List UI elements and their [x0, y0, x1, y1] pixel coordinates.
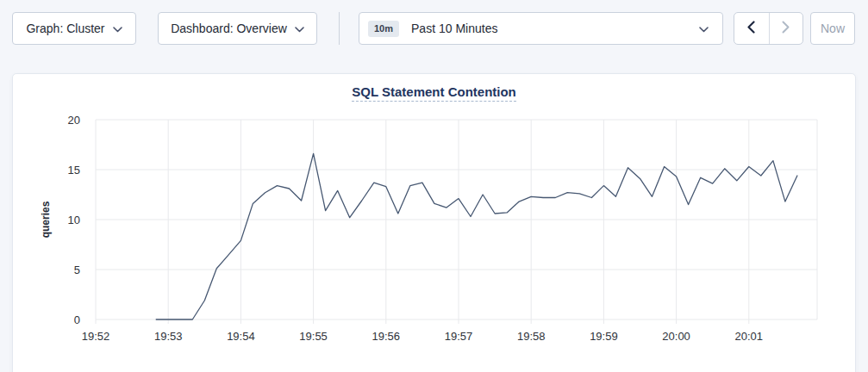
svg-text:20:00: 20:00: [662, 330, 690, 343]
svg-text:19:52: 19:52: [82, 330, 110, 343]
graph-dropdown[interactable]: Graph: Cluster: [12, 12, 136, 45]
time-range-badge: 10m: [368, 21, 399, 37]
svg-text:20:01: 20:01: [735, 330, 764, 343]
svg-text:15: 15: [68, 164, 80, 177]
toolbar-divider: [339, 12, 340, 45]
dashboard-dropdown-label: Dashboard: Overview: [171, 22, 287, 35]
svg-text:19:59: 19:59: [590, 330, 618, 343]
now-button[interactable]: Now: [810, 12, 855, 45]
svg-text:5: 5: [74, 264, 80, 276]
chevron-left-icon: [747, 21, 755, 37]
svg-text:19:57: 19:57: [445, 330, 473, 343]
chevron-down-icon: [113, 22, 122, 35]
time-range-picker[interactable]: 10m Past 10 Minutes: [359, 12, 723, 45]
svg-text:19:56: 19:56: [372, 330, 401, 343]
chart-title[interactable]: SQL Statement Contention: [352, 84, 516, 102]
time-range-label: Past 10 Minutes: [411, 22, 687, 35]
chevron-down-icon: [699, 22, 709, 35]
svg-text:0: 0: [74, 313, 80, 326]
time-shift-back-button[interactable]: [734, 13, 769, 44]
svg-text:10: 10: [68, 214, 80, 226]
time-shift-forward-button[interactable]: [769, 13, 803, 44]
graph-toolbar: Graph: Cluster Dashboard: Overview 10m P…: [0, 0, 868, 60]
svg-text:20: 20: [68, 114, 80, 127]
line-chart[interactable]: 0510152019:5219:5319:5419:5519:5619:5719…: [13, 74, 857, 372]
graph-dropdown-label: Graph: Cluster: [26, 22, 104, 35]
time-shift-button-group: [734, 12, 803, 45]
svg-text:19:58: 19:58: [517, 330, 546, 343]
now-button-label: Now: [821, 22, 845, 35]
svg-text:19:54: 19:54: [227, 330, 255, 343]
chart-card: SQL Statement Contention 0510152019:5219…: [12, 73, 856, 372]
chart-title-row: SQL Statement Contention: [13, 84, 855, 102]
svg-text:19:55: 19:55: [299, 330, 328, 343]
svg-text:queries: queries: [40, 201, 52, 238]
chevron-right-icon: [782, 21, 790, 37]
dashboard-dropdown[interactable]: Dashboard: Overview: [158, 12, 317, 45]
svg-text:19:53: 19:53: [154, 330, 183, 343]
chevron-down-icon: [295, 22, 304, 35]
